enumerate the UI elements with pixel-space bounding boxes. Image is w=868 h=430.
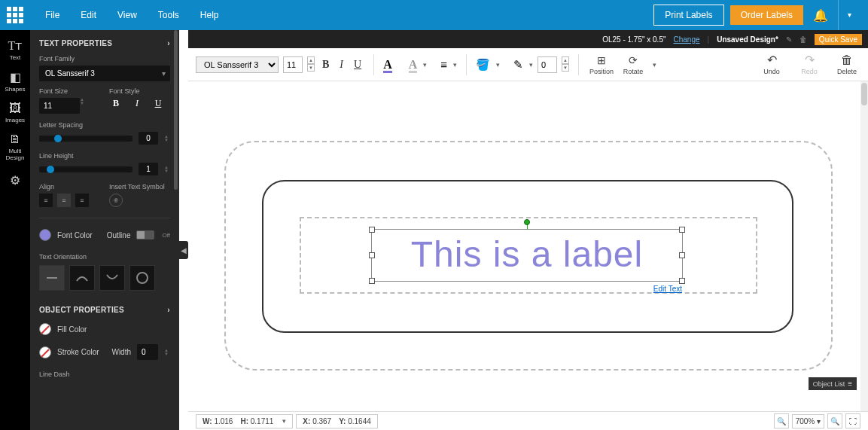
font-family-select[interactable]: OL Sansserif 3 <box>39 66 170 81</box>
resize-handle-bl[interactable] <box>369 278 375 284</box>
toolbar-stroke-dropdown[interactable]: ▾ <box>529 61 533 69</box>
toolbar-stroke-width[interactable] <box>538 56 557 73</box>
line-height-value[interactable]: 1 <box>139 163 158 175</box>
trash-icon: 🗑 <box>841 54 853 66</box>
resize-handle-tr[interactable] <box>679 227 685 233</box>
tool-settings[interactable]: ⚙ <box>0 169 30 192</box>
canvas[interactable]: This is a label Edit Text Object List≡ <box>188 81 868 411</box>
menu-view[interactable]: View <box>117 10 137 20</box>
toolbar-italic[interactable]: I <box>337 56 346 74</box>
insert-symbol-button[interactable]: ® <box>109 194 123 207</box>
font-size-stepper[interactable]: ▲▼ <box>80 98 86 114</box>
edit-text-link[interactable]: Edit Text <box>653 285 682 293</box>
images-icon: 🖼 <box>0 102 30 115</box>
toolbar-bold[interactable]: B <box>319 56 332 74</box>
text-properties-header[interactable]: TEXT PROPERTIES› <box>39 39 170 47</box>
align-left-button[interactable]: ≡ <box>39 194 53 207</box>
editor-area: OL25 - 1.75" x 0.5" Change | Unsaved Des… <box>188 30 868 430</box>
document-icon: 🗎 <box>0 133 30 146</box>
text-content[interactable]: This is a label <box>372 230 682 279</box>
text-object[interactable]: This is a label Edit Text <box>371 229 683 282</box>
resize-handle-tl[interactable] <box>369 227 375 233</box>
menu-help[interactable]: Help <box>200 10 219 20</box>
size-readout[interactable]: W: 1.016 H: 0.1711 ▾ <box>196 414 293 428</box>
toolbar-fill-icon[interactable]: 🪣 <box>476 58 490 72</box>
resize-handle-ml[interactable] <box>369 252 375 258</box>
account-dropdown[interactable]: ▾ <box>838 0 860 30</box>
rotate-handle[interactable] <box>524 219 530 225</box>
toolbar-stroke-width-stepper[interactable]: ▲▼ <box>562 56 569 73</box>
chevron-right-icon: › <box>167 306 170 314</box>
toolbar-undo[interactable]: ↶Undo <box>758 54 785 75</box>
bold-button[interactable]: B <box>109 98 123 109</box>
letter-spacing-stepper[interactable]: ▲▼ <box>164 135 170 142</box>
zoom-in-button[interactable]: 🔍 <box>827 413 842 428</box>
letter-spacing-slider[interactable] <box>39 136 132 142</box>
object-properties-header[interactable]: OBJECT PROPERTIES› <box>39 306 170 314</box>
resize-handle-br[interactable] <box>679 278 685 284</box>
outline-toggle[interactable] <box>136 230 154 239</box>
orient-arc-down[interactable] <box>99 265 125 291</box>
align-right-button[interactable]: ≡ <box>75 194 89 207</box>
toolbar-align-dropdown[interactable]: ▾ <box>453 61 457 69</box>
line-height-stepper[interactable]: ▲▼ <box>164 166 170 173</box>
canvas-vertical-scrollbar[interactable] <box>860 81 868 411</box>
fill-color-swatch[interactable] <box>39 323 51 335</box>
toolbar-fill-dropdown[interactable]: ▾ <box>496 61 500 69</box>
toolbar-font-family[interactable]: OL Sansserif 3 <box>196 56 279 73</box>
orient-circle[interactable] <box>129 265 155 291</box>
object-list-button[interactable]: Object List≡ <box>809 377 857 390</box>
toolbar-font-color[interactable]: A <box>383 58 392 72</box>
edit-name-icon[interactable]: ✎ <box>786 35 792 44</box>
app-logo[interactable] <box>0 0 30 30</box>
toolbar-delete[interactable]: 🗑Delete <box>833 54 860 75</box>
stroke-color-swatch[interactable] <box>39 346 51 358</box>
toolbar-font-size[interactable] <box>283 56 303 73</box>
orient-arc-up[interactable] <box>69 265 95 291</box>
toolbar-redo[interactable]: ↷Redo <box>796 54 823 75</box>
toolbar-rotate-dropdown[interactable]: ▾ <box>653 61 656 69</box>
toolbar-align-icon[interactable]: ≡ <box>440 58 447 71</box>
quick-save-button[interactable]: Quick Save <box>815 34 862 45</box>
notifications-icon[interactable]: 🔔 <box>809 8 832 23</box>
zoom-out-button[interactable]: 🔍 <box>774 413 789 428</box>
zoom-level-select[interactable]: 700% ▾ <box>792 414 824 428</box>
font-size-input[interactable] <box>39 98 80 114</box>
zoom-fit-button[interactable]: ⛶ <box>845 413 860 428</box>
zoom-fit-icon: ⛶ <box>849 417 857 425</box>
line-height-slider[interactable] <box>39 166 132 172</box>
toolbar-position[interactable]: ⊞Position <box>588 54 615 75</box>
italic-button[interactable]: I <box>130 98 144 109</box>
line-height-label: Line Height <box>39 152 170 160</box>
toolbar-underline[interactable]: U <box>351 56 364 74</box>
menu-edit[interactable]: Edit <box>81 10 96 20</box>
change-product-link[interactable]: Change <box>674 35 700 44</box>
print-labels-button[interactable]: Print Labels <box>653 5 723 26</box>
stroke-width-stepper[interactable]: ▲▼ <box>164 349 170 356</box>
tool-images[interactable]: 🖼Images <box>0 97 30 128</box>
tool-text[interactable]: TᴛText <box>0 34 30 66</box>
menu-file[interactable]: File <box>45 10 59 20</box>
toolbar-outline-dropdown[interactable]: ▾ <box>423 61 427 69</box>
panel-collapse-button[interactable]: ◀ <box>179 241 188 259</box>
underline-button[interactable]: U <box>151 98 165 109</box>
toolbar-outline-color[interactable]: A <box>409 58 418 72</box>
orient-straight[interactable] <box>39 265 65 291</box>
menu-tools[interactable]: Tools <box>158 10 179 20</box>
resize-handle-mr[interactable] <box>679 252 685 258</box>
delete-design-icon[interactable]: 🗑 <box>799 35 807 44</box>
letter-spacing-value[interactable]: 0 <box>139 132 158 145</box>
toolbar-rotate[interactable]: ⟳Rotate <box>620 54 647 75</box>
panel-scrollbar[interactable] <box>174 30 178 190</box>
order-labels-button[interactable]: Order Labels <box>730 5 803 25</box>
app-header: File Edit View Tools Help Print Labels O… <box>0 0 868 30</box>
toolbar-stroke-icon[interactable]: ✎ <box>513 58 523 72</box>
insert-symbol-label: Insert Text Symbol <box>109 183 170 191</box>
tool-multi-design[interactable]: 🗎Multi Design <box>0 128 30 166</box>
tool-shapes[interactable]: ◧Shapes <box>0 66 30 97</box>
position-readout[interactable]: X: 0.367 Y: 0.1644 <box>296 414 377 428</box>
toolbar-font-size-stepper[interactable]: ▲▼ <box>307 56 315 73</box>
align-center-button[interactable]: ≡ <box>57 194 71 207</box>
stroke-width-input[interactable] <box>137 344 158 360</box>
font-color-swatch[interactable] <box>39 229 51 241</box>
